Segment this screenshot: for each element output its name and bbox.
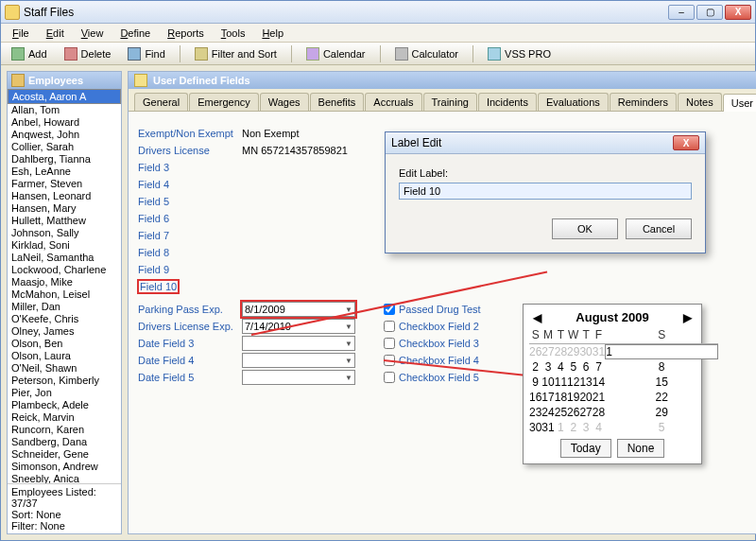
employee-item[interactable]: O'Neil, Shawn: [8, 362, 121, 375]
dialog-close-button[interactable]: X: [673, 135, 699, 150]
ok-button[interactable]: OK: [552, 218, 618, 239]
calendar-day[interactable]: 18: [555, 390, 567, 405]
checkbox[interactable]: [384, 372, 395, 383]
calendar-day[interactable]: 14: [593, 375, 605, 390]
tab-general[interactable]: General: [134, 93, 188, 111]
calendar-day[interactable]: 6: [579, 359, 592, 375]
calendar-month-label[interactable]: August 2009: [576, 310, 648, 324]
employee-item[interactable]: Sneebly, Anica: [8, 473, 121, 483]
today-button[interactable]: Today: [560, 439, 611, 458]
calendar-day[interactable]: 29: [605, 405, 718, 420]
close-button[interactable]: X: [725, 5, 751, 20]
toolbar-calculator[interactable]: Calculator: [388, 44, 466, 63]
field-label[interactable]: Field 6: [138, 213, 242, 224]
checkbox-field[interactable]: Checkbox Field 5: [384, 372, 479, 383]
field-value[interactable]: Non Exempt: [242, 128, 355, 139]
calendar-day[interactable]: 3: [579, 420, 592, 435]
checkbox-field[interactable]: Checkbox Field 3: [384, 338, 479, 349]
employee-item[interactable]: Dahlberg, Tianna: [8, 153, 121, 166]
toolbar-filter-and-sort[interactable]: Filter and Sort: [188, 44, 284, 63]
employee-item[interactable]: Hansen, Mary: [8, 202, 121, 215]
menu-tools[interactable]: Tools: [214, 26, 253, 41]
calendar-day[interactable]: 24: [541, 405, 554, 420]
calendar-day[interactable]: 1: [605, 344, 718, 359]
employee-item[interactable]: Schneider, Gene: [8, 448, 121, 461]
employee-item[interactable]: Miller, Dan: [8, 301, 121, 313]
tab-user[interactable]: User: [723, 94, 756, 112]
toolbar-vss-pro[interactable]: VSS PRO: [481, 44, 558, 63]
employee-item[interactable]: Plambeck, Adele: [8, 399, 121, 411]
calendar-day[interactable]: 26: [529, 344, 541, 359]
menu-file[interactable]: File: [5, 26, 37, 41]
calendar-day[interactable]: 13: [579, 375, 592, 390]
field-label[interactable]: Field 9: [138, 264, 242, 275]
employee-item[interactable]: Allan, Tom: [8, 104, 121, 116]
menu-reports[interactable]: Reports: [160, 26, 212, 41]
date-field-label[interactable]: Date Field 5: [138, 372, 242, 383]
calendar-day[interactable]: 25: [555, 405, 567, 420]
menu-view[interactable]: View: [74, 26, 112, 41]
toolbar-find[interactable]: Find: [121, 44, 171, 63]
employee-item[interactable]: Reick, Marvin: [8, 411, 121, 424]
field-label[interactable]: Drivers License: [138, 145, 242, 156]
employee-item[interactable]: Olson, Laura: [8, 350, 121, 362]
calendar-day[interactable]: 4: [593, 420, 605, 435]
calendar-day[interactable]: 4: [555, 359, 567, 375]
employee-item[interactable]: O'Keefe, Chris: [8, 313, 121, 325]
employee-item[interactable]: LaNeil, Samantha: [8, 252, 121, 264]
menu-help[interactable]: Help: [254, 26, 291, 41]
edit-label-input[interactable]: [399, 183, 692, 200]
calendar-day[interactable]: 20: [579, 390, 592, 405]
checkbox[interactable]: [384, 321, 395, 332]
calendar-day[interactable]: 17: [541, 390, 554, 405]
employee-item[interactable]: Esh, LeAnne: [8, 166, 121, 178]
calendar-day[interactable]: 5: [567, 359, 579, 375]
calendar-day[interactable]: 31: [593, 344, 605, 359]
calendar-day[interactable]: 12: [567, 375, 579, 390]
maximize-button[interactable]: ▢: [696, 5, 723, 20]
field-label[interactable]: Field 3: [138, 162, 242, 173]
employee-item[interactable]: Johnson, Sally: [8, 227, 121, 239]
calendar-day[interactable]: 11: [555, 375, 567, 390]
calendar-day[interactable]: 28: [555, 344, 567, 359]
field-label[interactable]: Field 4: [138, 179, 242, 190]
tab-incidents[interactable]: Incidents: [478, 93, 537, 111]
calendar-day[interactable]: 29: [567, 344, 579, 359]
employee-item[interactable]: Peterson, Kimberly: [8, 375, 121, 387]
employee-item[interactable]: Collier, Sarah: [8, 141, 121, 153]
calendar-day[interactable]: 1: [555, 420, 567, 435]
field-label[interactable]: Field 5: [138, 196, 242, 207]
field-label[interactable]: Field 7: [138, 230, 242, 241]
employee-item[interactable]: Olson, Ben: [8, 338, 121, 350]
employee-list[interactable]: Acosta, Aaron AAllan, TomAnbel, HowardAn…: [8, 89, 121, 483]
employee-item[interactable]: Farmer, Steven: [8, 178, 121, 190]
calendar-day[interactable]: 30: [579, 344, 592, 359]
checkbox-field[interactable]: Checkbox Field 2: [384, 321, 479, 332]
calendar-day[interactable]: 21: [593, 390, 605, 405]
date-dropdown[interactable]: ▼: [242, 336, 355, 351]
date-field-label[interactable]: Date Field 4: [138, 355, 242, 366]
calendar-day[interactable]: 16: [529, 390, 541, 405]
menu-define[interactable]: Define: [112, 26, 158, 41]
date-field-label[interactable]: Parking Pass Exp.: [138, 304, 242, 315]
date-dropdown[interactable]: ▼: [242, 353, 355, 368]
calendar-day[interactable]: 5: [605, 420, 718, 435]
checkbox-field[interactable]: Passed Drug Test: [384, 304, 481, 315]
toolbar-calendar[interactable]: Calendar: [300, 44, 372, 63]
calendar-day[interactable]: 2: [567, 420, 579, 435]
employee-item[interactable]: Kirklad, Soni: [8, 239, 121, 252]
employee-item[interactable]: Anbel, Howard: [8, 116, 121, 129]
calendar-day[interactable]: 30: [529, 420, 541, 435]
employee-item[interactable]: Olney, James: [8, 325, 121, 338]
calendar-day[interactable]: 10: [541, 375, 554, 390]
calendar-day[interactable]: 3: [541, 359, 554, 375]
tab-wages[interactable]: Wages: [260, 93, 309, 111]
employee-item[interactable]: Hullett, Matthew: [8, 215, 121, 227]
toolbar-add[interactable]: Add: [5, 44, 54, 63]
employee-item[interactable]: Acosta, Aaron A: [8, 89, 121, 104]
toolbar-delete[interactable]: Delete: [58, 44, 118, 63]
calendar-day[interactable]: 9: [529, 375, 541, 390]
field-value[interactable]: MN 657214357859821: [242, 145, 355, 156]
calendar-day[interactable]: 27: [579, 405, 592, 420]
tab-evaluations[interactable]: Evaluations: [538, 93, 609, 111]
